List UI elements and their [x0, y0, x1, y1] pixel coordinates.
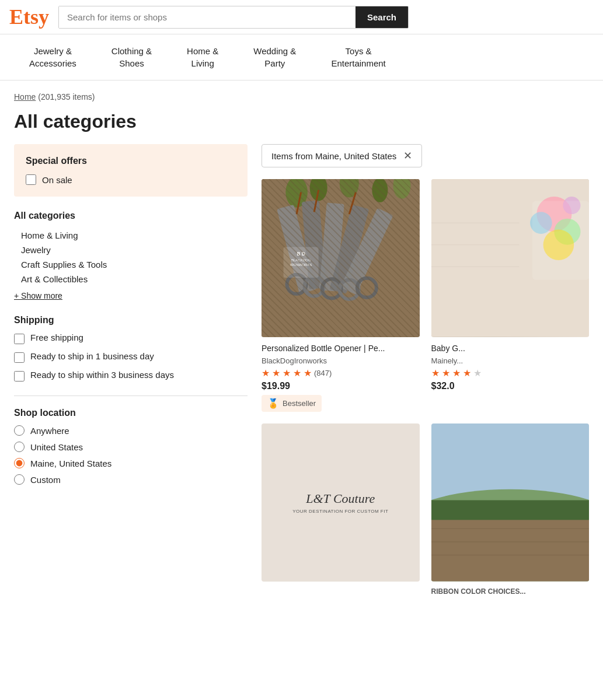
products-area: Items from Maine, United States ✕ [262, 144, 589, 596]
on-sale-checkbox[interactable] [26, 174, 36, 185]
shipping-title: Shipping [14, 315, 248, 326]
star-5b: ★ [473, 368, 482, 379]
svg-rect-0 [262, 179, 420, 337]
ship-3days-label[interactable]: Ready to ship within 3 business days [14, 370, 248, 382]
product-image-1 [431, 179, 590, 337]
location-us-label[interactable]: United States [14, 442, 248, 452]
free-shipping-checkbox[interactable] [14, 334, 25, 344]
nav-item-toys[interactable]: Toys &Entertainment [313, 34, 403, 80]
category-craft-supplies[interactable]: Craft Supplies & Tools [14, 257, 248, 272]
product-card-3[interactable]: RIBBON COLOR CHOICES... [431, 424, 590, 596]
free-shipping-text: Free shipping [30, 332, 83, 342]
product-shop-0: BlackDogIronworks [262, 356, 420, 365]
category-art-collectibles[interactable]: Art & Collectibles [14, 272, 248, 286]
product-shop-1: Mainely... [431, 356, 590, 365]
product-image-2: L&T Couture YOUR DESTINATION FOR CUSTOM … [262, 424, 420, 582]
breadcrumb-home-link[interactable]: Home [14, 92, 36, 102]
svg-point-15 [340, 280, 359, 299]
special-offers-title: Special offers [26, 156, 236, 166]
breadcrumb-item-count: (201,935 items) [38, 92, 95, 102]
page-title: All categories [0, 106, 603, 144]
main-nav: Jewelry &Accessories Clothing &Shoes Hom… [0, 34, 603, 80]
nav-item-wedding[interactable]: Wedding &Party [236, 34, 313, 80]
location-us-text: United States [30, 442, 83, 452]
svg-line-19 [349, 192, 355, 215]
search-bar: Search [58, 6, 409, 29]
location-anywhere-radio[interactable] [14, 425, 25, 436]
star-2: ★ [272, 368, 280, 379]
star-2b: ★ [442, 368, 450, 379]
location-maine-label[interactable]: Maine, United States [14, 458, 248, 468]
svg-text:IRONWORKS: IRONWORKS [290, 263, 312, 267]
star-1: ★ [262, 368, 270, 379]
lt-logo-sub: YOUR DESTINATION FOR CUSTOM FIT [292, 509, 388, 514]
main-content: Special offers On sale All categories Ho… [0, 144, 603, 596]
shop-location-title: Shop location [14, 408, 248, 418]
free-shipping-label[interactable]: Free shipping [14, 332, 248, 344]
ship-1day-label[interactable]: Ready to ship in 1 business day [14, 351, 248, 363]
filter-tag-label: Items from Maine, United States [271, 151, 396, 161]
svg-rect-10 [329, 205, 369, 294]
filter-tag[interactable]: Items from Maine, United States ✕ [262, 144, 422, 167]
on-sale-checkbox-label[interactable]: On sale [26, 174, 236, 185]
breadcrumb: Home (201,935 items) [0, 80, 603, 106]
svg-point-16 [357, 278, 377, 298]
sidebar-divider [14, 396, 248, 396]
svg-line-18 [314, 190, 319, 212]
svg-rect-1 [262, 179, 420, 337]
nav-item-clothing[interactable]: Clothing &Shoes [94, 34, 169, 80]
product-title-0: Personalized Bottle Opener | Pe... [262, 343, 420, 355]
product-stars-0: ★ ★ ★ ★ ★ (847) [262, 368, 420, 379]
svg-rect-8 [302, 201, 327, 289]
ship-1day-checkbox[interactable] [14, 352, 25, 363]
bestseller-badge-0: 🏅 Bestseller [262, 395, 322, 412]
product-grid: B D BLACKDOG IRONWORKS Personalized Bott… [262, 179, 589, 596]
svg-point-13 [305, 277, 324, 296]
nav-item-jewelry[interactable]: Jewelry &Accessories [12, 34, 94, 80]
product-price-0: $19.99 [262, 381, 420, 391]
ship-3days-text: Ready to ship within 3 business days [30, 370, 174, 380]
filter-tag-close[interactable]: ✕ [403, 150, 412, 161]
svg-rect-9 [319, 202, 344, 291]
svg-line-17 [297, 192, 301, 215]
star-1b: ★ [431, 368, 440, 379]
search-input[interactable] [59, 6, 355, 28]
svg-rect-30 [532, 201, 589, 280]
svg-point-12 [287, 275, 306, 294]
product-card-0[interactable]: B D BLACKDOG IRONWORKS Personalized Bott… [262, 179, 420, 412]
svg-point-5 [372, 179, 388, 202]
lt-logo: L&T Couture YOUR DESTINATION FOR CUSTOM … [292, 491, 388, 514]
category-home-living[interactable]: Home & Living [14, 228, 248, 243]
on-sale-label: On sale [42, 175, 72, 185]
svg-point-14 [322, 279, 341, 298]
product-stars-1: ★ ★ ★ ★ ★ [431, 368, 590, 379]
star-4b: ★ [463, 368, 471, 379]
location-us-radio[interactable] [14, 442, 25, 452]
location-maine-text: Maine, United States [30, 459, 111, 468]
svg-point-6 [393, 179, 410, 199]
location-maine-radio[interactable] [14, 458, 25, 468]
svg-rect-20 [284, 247, 319, 278]
star-4: ★ [293, 368, 301, 379]
category-jewelry[interactable]: Jewelry [14, 243, 248, 257]
product-image-3 [431, 424, 590, 582]
nav-item-home[interactable]: Home &Living [169, 34, 236, 80]
show-more-categories[interactable]: + Show more [14, 291, 62, 300]
etsy-logo: Etsy [9, 5, 49, 29]
product-image-0: B D BLACKDOG IRONWORKS [262, 179, 420, 337]
svg-rect-11 [340, 208, 393, 295]
lt-logo-main: L&T Couture [292, 491, 388, 506]
ribbon-color-text: RIBBON COLOR CHOICES... [431, 587, 590, 596]
location-custom-label[interactable]: Custom [14, 474, 248, 485]
location-anywhere-label[interactable]: Anywhere [14, 425, 248, 436]
product-card-1[interactable]: Baby G... Mainely... ★ ★ ★ ★ ★ $32.0 [431, 179, 590, 412]
shipping-section: Shipping Free shipping Ready to ship in … [14, 315, 248, 382]
svg-rect-37 [431, 501, 590, 523]
star-5: ★ [304, 368, 312, 379]
product-price-1: $32.0 [431, 381, 590, 391]
search-button[interactable]: Search [355, 6, 408, 28]
ship-3days-checkbox[interactable] [14, 371, 25, 382]
product-card-2[interactable]: L&T Couture YOUR DESTINATION FOR CUSTOM … [262, 424, 420, 596]
location-custom-radio[interactable] [14, 474, 25, 485]
ship-1day-text: Ready to ship in 1 business day [30, 351, 154, 361]
